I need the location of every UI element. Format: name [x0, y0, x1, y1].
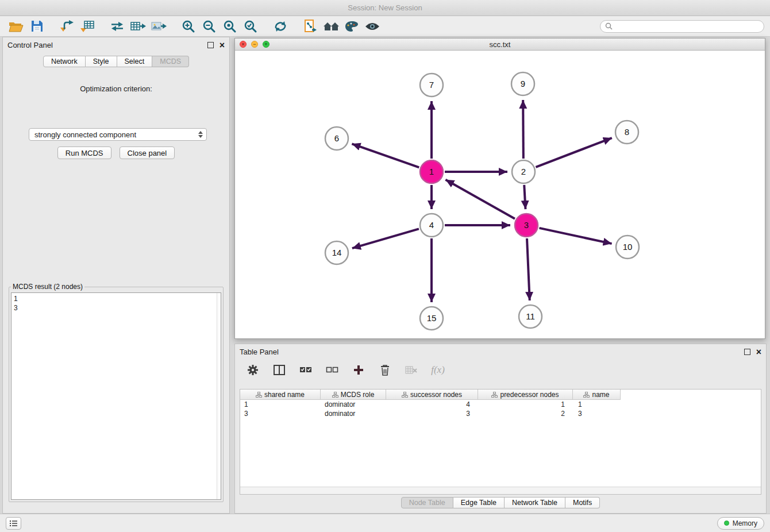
column-header-shared-name[interactable]: shared name	[240, 390, 321, 400]
home-layout-button[interactable]	[321, 17, 341, 36]
control-panel-header: Control Panel ×	[3, 37, 229, 52]
network-graph-canvas[interactable]: 7968124314101511	[235, 51, 765, 338]
zoom-in-icon	[182, 20, 195, 33]
show-column-button[interactable]	[272, 363, 287, 377]
column-header-name[interactable]: name	[573, 390, 621, 400]
close-window-button[interactable]: ×	[240, 41, 247, 48]
delete-column-button[interactable]	[378, 363, 392, 377]
graph-node-9[interactable]: 9	[511, 72, 534, 95]
tab-network-table[interactable]: Network Table	[505, 497, 565, 508]
node-label: 9	[521, 79, 525, 88]
float-panel-icon[interactable]	[207, 42, 214, 48]
column-header-predecessor-nodes[interactable]: predecessor nodes	[478, 390, 573, 400]
tab-node-table[interactable]: Node Table	[401, 497, 453, 508]
horizontal-scrollbar[interactable]	[240, 487, 761, 494]
select-all-button[interactable]	[298, 363, 313, 377]
minimize-window-button[interactable]: −	[251, 41, 258, 48]
criterion-select[interactable]: strongly connected component	[29, 128, 207, 141]
mcds-result-title: MCDS result (2 nodes)	[11, 283, 84, 291]
zoom-in-button[interactable]	[178, 17, 199, 36]
edge-2-9[interactable]	[523, 100, 523, 159]
apply-style-button[interactable]	[341, 17, 362, 36]
optimization-criterion-label: Optimization criterion:	[3, 84, 229, 93]
graph-node-15[interactable]: 15	[420, 307, 443, 330]
edge-3-1[interactable]	[445, 180, 515, 219]
graph-node-10[interactable]: 10	[616, 236, 639, 259]
column-header-successor-nodes[interactable]: successor nodes	[386, 390, 478, 400]
control-panel: Control Panel × Network Style Select MCD…	[2, 37, 230, 514]
refresh-view-button[interactable]	[270, 17, 291, 36]
select-arrows-icon	[198, 131, 203, 138]
show-panel-button[interactable]	[6, 517, 21, 530]
tab-mcds[interactable]: MCDS	[152, 56, 189, 67]
import-table-button[interactable]	[77, 17, 98, 36]
search-box[interactable]	[600, 20, 764, 33]
graph-node-11[interactable]: 11	[519, 305, 542, 328]
table-arrow-icon	[130, 21, 146, 32]
result-scrollbar[interactable]	[217, 293, 221, 499]
tab-network[interactable]: Network	[43, 56, 86, 67]
node-label: 6	[334, 133, 339, 143]
maximize-window-button[interactable]: +	[263, 41, 270, 48]
open-folder-icon	[9, 21, 24, 32]
edge-2-8[interactable]	[536, 138, 611, 167]
new-network-button[interactable]	[107, 17, 128, 36]
column-header-MCDS-role[interactable]: MCDS role	[321, 390, 386, 400]
copy-network-button[interactable]	[300, 17, 321, 36]
show-hide-graphics-button[interactable]	[362, 17, 383, 36]
add-column-button[interactable]	[351, 363, 366, 377]
mcds-result-list[interactable]: 1 3	[11, 292, 221, 500]
zoom-fit-button[interactable]	[220, 17, 240, 36]
memory-button[interactable]: Memory	[717, 517, 764, 530]
import-table-icon	[80, 20, 94, 33]
close-panel-icon[interactable]: ×	[220, 42, 225, 48]
zoom-selected-button[interactable]	[240, 17, 261, 36]
criterion-select-value: strongly connected component	[34, 130, 136, 139]
table-cell: 3	[240, 409, 321, 418]
node-label: 4	[429, 220, 434, 230]
table-row[interactable]: 3dominator323	[240, 409, 761, 418]
import-network-button[interactable]	[56, 17, 77, 36]
edge-1-6[interactable]	[352, 144, 419, 167]
save-session-button[interactable]	[26, 17, 47, 36]
result-item[interactable]: 1	[14, 294, 218, 303]
new-table-button[interactable]	[128, 17, 148, 36]
graph-node-3[interactable]: 3	[515, 214, 538, 237]
double-arrow-icon	[110, 21, 124, 32]
result-item[interactable]: 3	[14, 303, 218, 313]
table-settings-button[interactable]	[245, 363, 260, 377]
run-mcds-button[interactable]: Run MCDS	[57, 147, 111, 159]
close-panel-icon[interactable]: ×	[756, 349, 761, 355]
table-row[interactable]: 1dominator411	[240, 400, 761, 409]
graph-node-6[interactable]: 6	[325, 127, 348, 150]
network-window-titlebar[interactable]: × − + scc.txt	[235, 38, 765, 51]
gear-icon	[247, 364, 259, 376]
zoom-out-button[interactable]	[199, 17, 220, 36]
graph-node-7[interactable]: 7	[420, 74, 443, 97]
close-panel-button[interactable]: Close panel	[120, 147, 175, 159]
graph-node-8[interactable]: 8	[615, 121, 638, 144]
export-image-button[interactable]	[148, 17, 169, 36]
save-disk-icon	[31, 20, 43, 32]
edge-3-11[interactable]	[527, 238, 530, 300]
node-label: 10	[623, 242, 633, 252]
tab-style[interactable]: Style	[86, 56, 117, 67]
graph-node-2[interactable]: 2	[512, 160, 535, 183]
tab-select[interactable]: Select	[117, 56, 153, 67]
edge-2-3[interactable]	[524, 185, 525, 209]
homes-icon	[323, 21, 340, 32]
edge-4-14[interactable]	[352, 229, 419, 248]
tab-motifs[interactable]: Motifs	[565, 497, 600, 508]
open-file-button[interactable]	[6, 17, 26, 36]
graph-node-4[interactable]: 4	[420, 214, 443, 237]
memory-status-icon	[724, 521, 729, 526]
unselect-all-button[interactable]	[325, 363, 340, 377]
table-cell: dominator	[321, 400, 386, 409]
search-input[interactable]	[615, 22, 759, 31]
graph-node-14[interactable]: 14	[325, 241, 348, 264]
float-panel-icon[interactable]	[744, 349, 750, 355]
graph-node-1[interactable]: 1	[420, 160, 443, 183]
zoom-selected-icon	[244, 20, 257, 33]
edge-3-10[interactable]	[539, 228, 611, 244]
tab-edge-table[interactable]: Edge Table	[453, 497, 505, 508]
